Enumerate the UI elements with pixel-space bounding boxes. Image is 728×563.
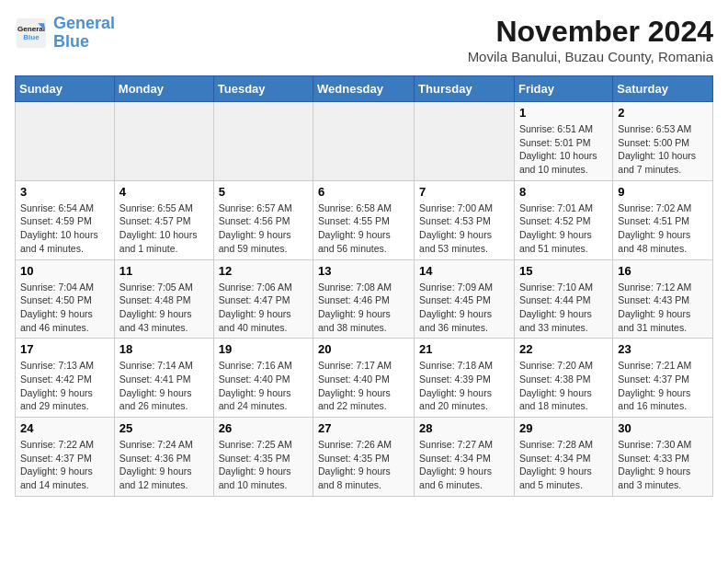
- day-number: 13: [318, 264, 409, 278]
- day-info: Sunrise: 7:10 AM Sunset: 4:44 PM Dayligh…: [519, 281, 608, 335]
- svg-text:Blue: Blue: [23, 33, 40, 41]
- day-cell: 3Sunrise: 6:54 AM Sunset: 4:59 PM Daylig…: [16, 180, 115, 259]
- day-cell: 21Sunrise: 7:18 AM Sunset: 4:39 PM Dayli…: [415, 339, 515, 418]
- header-cell-saturday: Saturday: [613, 76, 713, 102]
- day-number: 14: [419, 264, 509, 278]
- day-number: 26: [219, 421, 308, 435]
- day-info: Sunrise: 7:08 AM Sunset: 4:46 PM Dayligh…: [318, 281, 409, 335]
- day-cell: 6Sunrise: 6:58 AM Sunset: 4:55 PM Daylig…: [313, 180, 415, 259]
- day-info: Sunrise: 7:18 AM Sunset: 4:39 PM Dayligh…: [419, 359, 509, 413]
- header-cell-monday: Monday: [114, 76, 213, 102]
- day-number: 29: [519, 421, 608, 435]
- day-info: Sunrise: 7:06 AM Sunset: 4:47 PM Dayligh…: [219, 281, 308, 335]
- day-number: 12: [219, 264, 308, 278]
- day-cell: 15Sunrise: 7:10 AM Sunset: 4:44 PM Dayli…: [514, 259, 612, 339]
- day-cell: 24Sunrise: 7:22 AM Sunset: 4:37 PM Dayli…: [16, 418, 115, 497]
- header-cell-sunday: Sunday: [16, 76, 115, 102]
- week-row-1: 1Sunrise: 6:51 AM Sunset: 5:01 PM Daylig…: [16, 102, 713, 181]
- day-cell: 16Sunrise: 7:12 AM Sunset: 4:43 PM Dayli…: [613, 259, 713, 339]
- day-cell: [313, 102, 415, 181]
- day-cell: 13Sunrise: 7:08 AM Sunset: 4:46 PM Dayli…: [313, 259, 415, 339]
- title-area: November 2024 Movila Banului, Buzau Coun…: [468, 15, 713, 64]
- calendar-header: SundayMondayTuesdayWednesdayThursdayFrid…: [16, 76, 713, 102]
- day-cell: 19Sunrise: 7:16 AM Sunset: 4:40 PM Dayli…: [213, 339, 313, 418]
- day-info: Sunrise: 6:58 AM Sunset: 4:55 PM Dayligh…: [318, 201, 409, 256]
- day-info: Sunrise: 6:51 AM Sunset: 5:01 PM Dayligh…: [519, 122, 608, 177]
- day-info: Sunrise: 7:05 AM Sunset: 4:48 PM Dayligh…: [119, 281, 209, 335]
- day-info: Sunrise: 7:24 AM Sunset: 4:36 PM Dayligh…: [119, 438, 209, 492]
- week-row-2: 3Sunrise: 6:54 AM Sunset: 4:59 PM Daylig…: [16, 180, 713, 259]
- day-info: Sunrise: 6:54 AM Sunset: 4:59 PM Dayligh…: [20, 201, 109, 256]
- day-number: 1: [519, 106, 608, 120]
- day-number: 17: [20, 342, 109, 356]
- calendar-table: SundayMondayTuesdayWednesdayThursdayFrid…: [15, 75, 713, 497]
- day-info: Sunrise: 7:16 AM Sunset: 4:40 PM Dayligh…: [219, 359, 308, 413]
- day-cell: 1Sunrise: 6:51 AM Sunset: 5:01 PM Daylig…: [514, 102, 612, 181]
- day-cell: 27Sunrise: 7:26 AM Sunset: 4:35 PM Dayli…: [313, 418, 415, 497]
- day-number: 5: [219, 185, 308, 199]
- logo-icon: General Blue: [15, 17, 48, 50]
- day-number: 25: [119, 421, 209, 435]
- day-number: 24: [20, 421, 109, 435]
- day-cell: 12Sunrise: 7:06 AM Sunset: 4:47 PM Dayli…: [213, 259, 313, 339]
- header-row: SundayMondayTuesdayWednesdayThursdayFrid…: [16, 76, 713, 102]
- day-number: 16: [618, 264, 708, 278]
- day-cell: 20Sunrise: 7:17 AM Sunset: 4:40 PM Dayli…: [313, 339, 415, 418]
- day-cell: 30Sunrise: 7:30 AM Sunset: 4:33 PM Dayli…: [613, 418, 713, 497]
- day-cell: [114, 102, 213, 181]
- svg-text:General: General: [17, 25, 45, 33]
- day-info: Sunrise: 7:04 AM Sunset: 4:50 PM Dayligh…: [20, 281, 109, 335]
- day-info: Sunrise: 7:22 AM Sunset: 4:37 PM Dayligh…: [20, 438, 109, 492]
- day-number: 15: [519, 264, 608, 278]
- day-number: 30: [618, 421, 708, 435]
- day-info: Sunrise: 7:30 AM Sunset: 4:33 PM Dayligh…: [618, 438, 708, 492]
- calendar-body: 1Sunrise: 6:51 AM Sunset: 5:01 PM Daylig…: [16, 102, 713, 497]
- day-cell: 25Sunrise: 7:24 AM Sunset: 4:36 PM Dayli…: [114, 418, 213, 497]
- day-info: Sunrise: 7:17 AM Sunset: 4:40 PM Dayligh…: [318, 359, 409, 413]
- day-cell: 17Sunrise: 7:13 AM Sunset: 4:42 PM Dayli…: [16, 339, 115, 418]
- day-number: 2: [618, 106, 708, 120]
- day-cell: [213, 102, 313, 181]
- day-info: Sunrise: 7:01 AM Sunset: 4:52 PM Dayligh…: [519, 201, 608, 256]
- day-info: Sunrise: 7:12 AM Sunset: 4:43 PM Dayligh…: [618, 281, 708, 335]
- day-number: 20: [318, 342, 409, 356]
- day-info: Sunrise: 7:28 AM Sunset: 4:34 PM Dayligh…: [519, 438, 608, 492]
- header-cell-wednesday: Wednesday: [313, 76, 415, 102]
- logo: General Blue GeneralBlue: [15, 15, 115, 52]
- day-cell: 10Sunrise: 7:04 AM Sunset: 4:50 PM Dayli…: [16, 259, 115, 339]
- day-info: Sunrise: 6:55 AM Sunset: 4:57 PM Dayligh…: [119, 201, 209, 256]
- day-cell: 2Sunrise: 6:53 AM Sunset: 5:00 PM Daylig…: [613, 102, 713, 181]
- day-number: 8: [519, 185, 608, 199]
- day-info: Sunrise: 7:27 AM Sunset: 4:34 PM Dayligh…: [419, 438, 509, 492]
- day-cell: 29Sunrise: 7:28 AM Sunset: 4:34 PM Dayli…: [514, 418, 612, 497]
- day-cell: 8Sunrise: 7:01 AM Sunset: 4:52 PM Daylig…: [514, 180, 612, 259]
- day-cell: 26Sunrise: 7:25 AM Sunset: 4:35 PM Dayli…: [213, 418, 313, 497]
- day-number: 19: [219, 342, 308, 356]
- day-number: 7: [419, 185, 509, 199]
- day-cell: 14Sunrise: 7:09 AM Sunset: 4:45 PM Dayli…: [415, 259, 515, 339]
- day-number: 22: [519, 342, 608, 356]
- week-row-4: 17Sunrise: 7:13 AM Sunset: 4:42 PM Dayli…: [16, 339, 713, 418]
- day-number: 27: [318, 421, 409, 435]
- day-cell: 23Sunrise: 7:21 AM Sunset: 4:37 PM Dayli…: [613, 339, 713, 418]
- day-number: 21: [419, 342, 509, 356]
- day-number: 11: [119, 264, 209, 278]
- day-number: 23: [618, 342, 708, 356]
- day-cell: [415, 102, 515, 181]
- header: General Blue GeneralBlue November 2024 M…: [15, 15, 713, 64]
- day-info: Sunrise: 6:57 AM Sunset: 4:56 PM Dayligh…: [219, 201, 308, 256]
- month-title: November 2024: [468, 15, 713, 49]
- day-info: Sunrise: 7:02 AM Sunset: 4:51 PM Dayligh…: [618, 201, 708, 256]
- week-row-5: 24Sunrise: 7:22 AM Sunset: 4:37 PM Dayli…: [16, 418, 713, 497]
- header-cell-thursday: Thursday: [415, 76, 515, 102]
- day-info: Sunrise: 7:00 AM Sunset: 4:53 PM Dayligh…: [419, 201, 509, 256]
- day-info: Sunrise: 7:09 AM Sunset: 4:45 PM Dayligh…: [419, 281, 509, 335]
- location-subtitle: Movila Banului, Buzau County, Romania: [468, 49, 713, 64]
- day-number: 4: [119, 185, 209, 199]
- day-info: Sunrise: 7:26 AM Sunset: 4:35 PM Dayligh…: [318, 438, 409, 492]
- day-cell: 7Sunrise: 7:00 AM Sunset: 4:53 PM Daylig…: [415, 180, 515, 259]
- day-cell: 18Sunrise: 7:14 AM Sunset: 4:41 PM Dayli…: [114, 339, 213, 418]
- day-number: 9: [618, 185, 708, 199]
- header-cell-tuesday: Tuesday: [213, 76, 313, 102]
- week-row-3: 10Sunrise: 7:04 AM Sunset: 4:50 PM Dayli…: [16, 259, 713, 339]
